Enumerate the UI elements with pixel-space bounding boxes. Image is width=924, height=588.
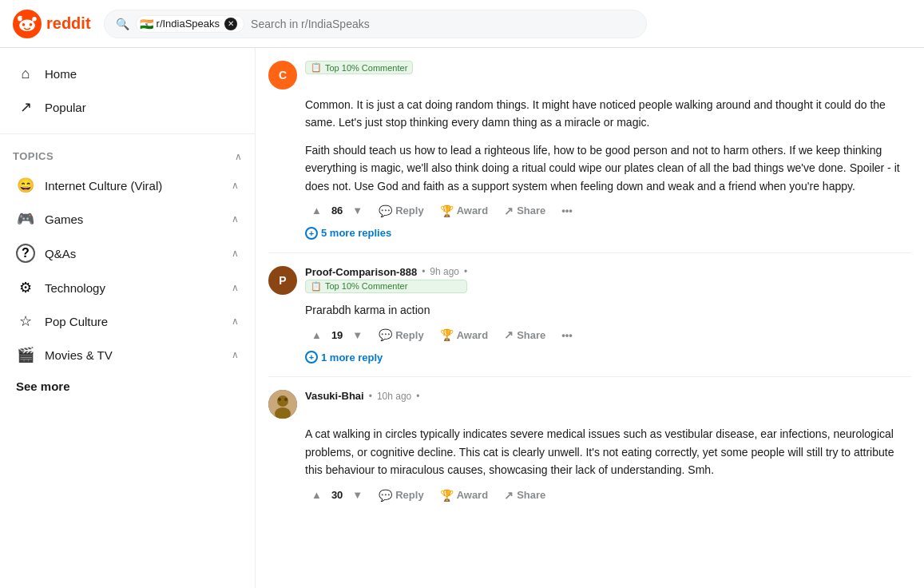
downvote-icon: ▼ — [352, 329, 363, 341]
topics-chevron-icon[interactable]: ∧ — [235, 151, 242, 162]
comment-2-actions: ▲ 19 ▼ 💬 Reply 🏆 Award ↗ Shar — [305, 325, 911, 344]
comment-time: 10h ago — [377, 391, 411, 402]
ellipsis-icon: ••• — [561, 329, 573, 341]
award-button[interactable]: 🏆 Award — [434, 486, 495, 505]
reply-button[interactable]: 💬 Reply — [372, 325, 430, 344]
more-options-button[interactable]: ••• — [555, 201, 579, 220]
pop-culture-label: Pop Culture — [45, 315, 108, 328]
comment-3-actions: ▲ 30 ▼ 💬 Reply 🏆 Award ↗ Shar — [305, 486, 911, 505]
share-button[interactable]: ↗ Share — [498, 486, 552, 505]
internet-culture-chevron-icon: ∧ — [232, 180, 239, 191]
more-replies-1[interactable]: + 5 more replies — [305, 227, 911, 240]
comment-1-actions: ▲ 86 ▼ 💬 Reply 🏆 Award ↗ Shar — [305, 201, 911, 220]
avatar: C — [268, 61, 297, 89]
reply-icon: 💬 — [379, 489, 392, 502]
upvote-icon: ▲ — [311, 329, 322, 341]
share-icon: ↗ — [504, 205, 514, 217]
internet-culture-icon: 😄 — [16, 177, 35, 194]
topics-header: TOPICS ∧ — [0, 144, 255, 169]
more-replies-label: 1 more reply — [321, 352, 383, 364]
sidebar-item-movies-tv[interactable]: 🎬 Movies & TV ∧ — [3, 338, 252, 371]
reddit-logo[interactable]: reddit — [13, 10, 91, 38]
movies-tv-chevron-icon: ∧ — [232, 349, 239, 360]
sidebar-item-technology[interactable]: ⚙ Technology ∧ — [3, 271, 252, 304]
reply-label: Reply — [395, 329, 423, 341]
avatar: P — [268, 266, 297, 295]
reddit-logo-icon — [13, 10, 42, 38]
award-label: Award — [457, 205, 489, 217]
svg-point-10 — [284, 398, 288, 401]
award-label: Award — [457, 489, 489, 501]
technology-label: Technology — [45, 281, 105, 295]
sidebar-item-games[interactable]: 🎮 Games ∧ — [3, 202, 252, 236]
award-icon: 🏆 — [440, 328, 454, 341]
downvote-button[interactable]: ▼ — [346, 326, 369, 344]
vote-count: 86 — [331, 205, 343, 217]
comment-3-body: A cat walking in circles typically indic… — [305, 425, 911, 479]
see-more-button[interactable]: See more — [3, 371, 252, 401]
comment-time: 9h ago — [430, 266, 459, 277]
movies-tv-label: Movies & TV — [45, 348, 113, 362]
award-icon: 🏆 — [440, 489, 454, 502]
reply-icon: 💬 — [379, 328, 392, 341]
sidebar-divider — [0, 133, 255, 134]
search-input[interactable] — [251, 18, 635, 30]
upvote-icon: ▲ — [311, 489, 322, 501]
dot-separator: • — [422, 266, 425, 277]
share-label: Share — [517, 205, 545, 217]
internet-culture-label: Internet Culture (Viral) — [45, 179, 162, 193]
comment-thread: C 📋 Top 10% Commenter Common. It is just… — [268, 48, 911, 253]
comment-2-body: Prarabdh karma in action — [305, 301, 911, 319]
more-replies-2[interactable]: + 1 more reply — [305, 351, 911, 364]
comment-2-meta: Proof-Comparison-888 • 9h ago • 📋 Top 10… — [305, 266, 467, 293]
comment-1-para-1: Common. It is just a cat doing random th… — [305, 96, 911, 132]
games-chevron-icon: ∧ — [232, 213, 239, 224]
comment-3-header: Vasuki-Bhai • 10h ago • — [268, 390, 911, 419]
share-button[interactable]: ↗ Share — [498, 201, 552, 220]
upvote-button[interactable]: ▲ — [305, 326, 328, 344]
qandas-label: Q&As — [45, 247, 76, 260]
comment-1-para-2: Faith should teach us how to lead a righ… — [305, 141, 911, 195]
comment-2-header: P Proof-Comparison-888 • 9h ago • 📋 Top … — [268, 266, 911, 295]
more-options-button[interactable]: ••• — [555, 326, 579, 344]
award-button[interactable]: 🏆 Award — [434, 201, 495, 220]
svg-point-9 — [278, 398, 281, 401]
upvote-button[interactable]: ▲ — [305, 486, 328, 504]
popular-icon: ↗ — [16, 98, 35, 116]
comment-thread: Vasuki-Bhai • 10h ago • A cat walking in… — [268, 377, 911, 517]
downvote-button[interactable]: ▼ — [346, 201, 369, 220]
search-bar[interactable]: 🔍 🇮🇳 r/IndiaSpeaks ✕ — [104, 10, 647, 38]
home-icon: ⌂ — [16, 66, 35, 82]
share-label: Share — [517, 329, 545, 341]
sidebar-item-home[interactable]: ⌂ Home — [3, 58, 252, 90]
close-pill-button[interactable]: ✕ — [224, 18, 237, 30]
reply-button[interactable]: 💬 Reply — [372, 486, 430, 505]
content-area: C 📋 Top 10% Commenter Common. It is just… — [256, 48, 924, 588]
share-label: Share — [517, 489, 545, 501]
reply-label: Reply — [395, 205, 423, 217]
sidebar-item-popular[interactable]: ↗ Popular — [3, 90, 252, 124]
sidebar-item-internet-culture[interactable]: 😄 Internet Culture (Viral) ∧ — [3, 169, 252, 202]
vote-count: 19 — [331, 329, 343, 341]
award-button[interactable]: 🏆 Award — [434, 325, 495, 344]
vote-count: 30 — [331, 489, 343, 501]
site-header: reddit 🔍 🇮🇳 r/IndiaSpeaks ✕ — [0, 0, 924, 48]
topics-label: TOPICS — [13, 150, 54, 162]
subreddit-pill[interactable]: 🇮🇳 r/IndiaSpeaks ✕ — [136, 15, 245, 33]
sidebar-item-pop-culture[interactable]: ☆ Pop Culture ∧ — [3, 304, 252, 338]
comment-thread: P Proof-Comparison-888 • 9h ago • 📋 Top … — [268, 253, 911, 377]
sidebar-item-qandas[interactable]: ? Q&As ∧ — [3, 236, 252, 271]
dot-separator: • — [416, 391, 419, 402]
vote-section: ▲ 86 ▼ — [305, 201, 369, 220]
reply-button[interactable]: 💬 Reply — [372, 201, 430, 220]
comment-1-meta: 📋 Top 10% Commenter — [305, 61, 413, 74]
svg-point-7 — [277, 395, 288, 407]
upvote-button[interactable]: ▲ — [305, 201, 328, 220]
comment-1-header: C 📋 Top 10% Commenter — [268, 61, 911, 89]
comment-author-row: Proof-Comparison-888 • 9h ago • — [305, 266, 467, 278]
award-icon: 🏆 — [440, 205, 454, 217]
pop-culture-icon: ☆ — [16, 312, 35, 330]
reply-label: Reply — [395, 489, 423, 501]
downvote-button[interactable]: ▼ — [346, 486, 369, 504]
share-button[interactable]: ↗ Share — [498, 325, 552, 344]
